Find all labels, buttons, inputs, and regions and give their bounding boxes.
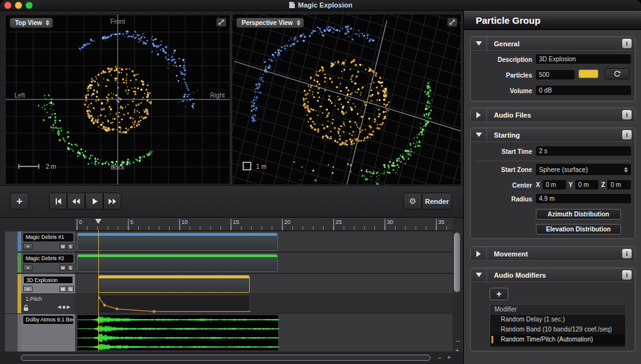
description-input[interactable]: 3D Explosion — [536, 54, 631, 64]
add-point-icon[interactable]: ◆ — [62, 305, 65, 310]
section-audio-modifiers-header[interactable]: Audio Modifiers i — [471, 268, 635, 282]
section-starting: Starting i Start Time 2 s Start Zone Sph… — [470, 128, 635, 239]
clip-3d-explosion-selected[interactable] — [98, 275, 250, 293]
perspective-viewport[interactable]: Perspective View 1 m — [232, 14, 461, 185]
skip-to-start-button[interactable] — [49, 193, 67, 210]
particles-input[interactable]: 500 — [536, 70, 575, 79]
mute-button[interactable]: M — [59, 243, 66, 250]
horizontal-scrollbar-thumb[interactable] — [21, 355, 431, 361]
radius-input[interactable]: 4.9 m — [536, 194, 631, 203]
info-icon[interactable]: i — [622, 130, 632, 139]
triangle-right-icon — [476, 112, 481, 118]
add-track-button[interactable]: + — [10, 193, 29, 210]
section-movement: Movement i — [470, 246, 635, 260]
info-icon[interactable]: i — [622, 39, 632, 48]
selection-bar — [491, 336, 493, 343]
triangle-down-icon — [476, 41, 482, 46]
modifier-list: Modifier Random Delay (1 sec.) Random Ba… — [490, 304, 626, 348]
solo-button[interactable]: S — [67, 265, 74, 271]
modifier-item[interactable]: Random Band (10 bands/129 coef./seq) — [490, 325, 625, 335]
rewind-button[interactable] — [67, 193, 85, 210]
clip-dolby-atmos-waveform[interactable] — [77, 315, 279, 351]
modifier-item-selected[interactable]: Random Time/Pitch (Automation) — [490, 335, 625, 345]
play-button[interactable] — [85, 193, 103, 210]
info-icon[interactable]: i — [622, 249, 632, 258]
center-xyz-row: X 0 m Y 0 m Z 0 m — [536, 180, 631, 190]
svg-text:20: 20 — [284, 219, 290, 225]
track-header-2[interactable]: Magic Debris #2 + M S — [21, 253, 75, 273]
triangle-down-icon — [476, 273, 482, 277]
start-time-input[interactable]: 2 s — [536, 146, 631, 156]
application-window: Magic Explosion Front Left Right Back To… — [0, 0, 641, 364]
view-selector-perspective[interactable]: Perspective View — [236, 18, 304, 28]
start-zone-label: Start Zone — [471, 166, 532, 173]
start-zone-select[interactable]: Sphere (surface) — [536, 164, 631, 175]
track-name[interactable]: 3D Explosion — [23, 276, 73, 284]
section-movement-header[interactable]: Movement i — [471, 247, 635, 261]
solo-button[interactable]: S — [67, 286, 74, 292]
solo-button[interactable]: S — [67, 243, 74, 250]
playhead-marker[interactable] — [95, 219, 101, 224]
expand-viewport-button[interactable] — [216, 18, 227, 27]
top-viewport[interactable]: Front Left Right Back Top View 2 m — [5, 14, 230, 185]
particle-color-swatch[interactable] — [578, 69, 598, 78]
rewind-icon — [71, 198, 81, 205]
svg-text:30: 30 — [387, 219, 393, 225]
center-y-input[interactable]: 0 m — [575, 180, 599, 190]
track-header-1[interactable]: Magic Debris #1 + M S — [21, 231, 75, 251]
scale-ruler-icon — [18, 163, 41, 169]
vertical-scrollbar-thumb[interactable] — [454, 233, 460, 292]
section-starting-header[interactable]: Starting i — [471, 128, 635, 142]
inspector-header: Particle Group — [464, 11, 641, 30]
track-name[interactable]: Magic Debris #2 — [23, 255, 73, 263]
center-z-input[interactable]: 0 m — [607, 180, 631, 190]
track-group-gutter — [5, 231, 18, 313]
playhead-line — [98, 230, 99, 351]
section-audio-files-header[interactable]: Audio Files i — [471, 108, 635, 122]
add-modifier-button[interactable]: + — [490, 288, 508, 300]
lock-icon[interactable] — [23, 305, 29, 311]
view-selector-top[interactable]: Top View — [9, 18, 53, 28]
track-name[interactable]: Magic Debris #1 — [23, 233, 73, 241]
render-button[interactable]: Render — [422, 193, 452, 210]
track-header-3-selected[interactable]: 3D Explosion + M S — [21, 274, 75, 293]
h-zoom-out-button[interactable]: − — [438, 355, 441, 361]
collapse-toggle[interactable] — [471, 268, 487, 282]
next-point-icon[interactable]: ▶ — [67, 305, 70, 310]
fast-forward-button[interactable] — [103, 193, 121, 210]
info-icon[interactable]: i — [622, 110, 632, 119]
track-name[interactable]: Dolby Atmos 9.1 Bed — [23, 316, 73, 324]
render-settings-button[interactable]: ⚙ — [403, 193, 422, 210]
mute-button[interactable]: M — [59, 265, 66, 271]
track-header-4[interactable]: Dolby Atmos 9.1 Bed — [21, 314, 75, 351]
volume-input[interactable]: 0 dB — [536, 86, 631, 95]
timeline-ruler[interactable]: 05101520253035 — [75, 218, 463, 231]
modifier-item[interactable]: Random Delay (1 sec.) — [490, 315, 625, 325]
automation-region[interactable] — [98, 295, 250, 313]
clip-magic-debris-1[interactable] — [77, 233, 278, 251]
automation-nav-buttons[interactable]: ◀◆▶ — [58, 305, 75, 310]
elevation-distribution-button[interactable]: Elevation Distribution — [536, 224, 621, 235]
randomize-button[interactable] — [605, 68, 630, 79]
section-general-header[interactable]: General i — [471, 37, 635, 51]
add-automation-button[interactable]: + — [23, 265, 33, 271]
play-icon — [91, 198, 98, 205]
azimuth-distribution-button[interactable]: Azimuth Distribution — [536, 209, 621, 220]
collapse-toggle[interactable] — [471, 37, 487, 51]
info-icon[interactable]: i — [622, 270, 632, 280]
collapse-toggle[interactable] — [471, 108, 487, 122]
mute-button[interactable]: M — [59, 286, 66, 292]
h-zoom-in-button[interactable]: + — [447, 354, 451, 360]
automation-header[interactable]: 1.Pitch ◀◆▶ — [21, 294, 75, 313]
collapse-toggle[interactable] — [471, 247, 487, 261]
clip-magic-debris-2[interactable] — [77, 254, 278, 272]
collapse-toggle[interactable] — [471, 128, 487, 142]
v-zoom-out-button[interactable]: − — [456, 338, 459, 344]
add-automation-button[interactable]: + — [23, 286, 33, 292]
refresh-icon — [613, 70, 621, 78]
center-label: Center — [471, 182, 532, 189]
center-x-input[interactable]: 0 m — [543, 180, 567, 190]
prev-point-icon[interactable]: ◀ — [58, 305, 61, 310]
expand-viewport-button[interactable] — [447, 18, 458, 27]
add-automation-button[interactable]: + — [23, 243, 33, 250]
